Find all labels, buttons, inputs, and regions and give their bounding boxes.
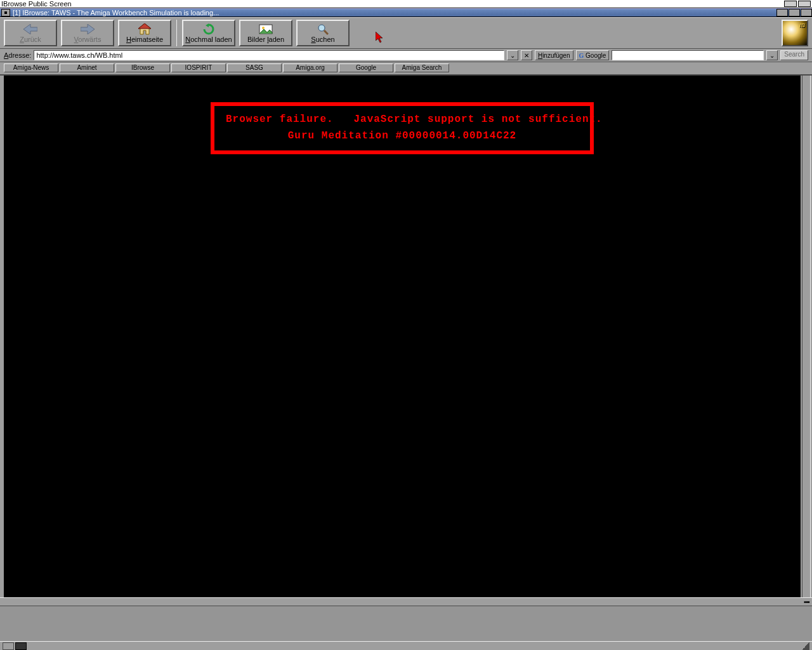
page-viewport[interactable]: Browser failure. JavaScript support is n… xyxy=(4,76,801,597)
arrow-left-icon xyxy=(23,23,38,35)
search-input[interactable] xyxy=(612,50,764,60)
zoom-icon[interactable] xyxy=(789,9,800,17)
svg-marker-3 xyxy=(138,23,151,29)
task-item[interactable] xyxy=(15,642,27,650)
url-history-dropdown[interactable]: ⌄ xyxy=(507,50,518,60)
bookmark-item[interactable]: SASG xyxy=(227,63,282,72)
svg-point-7 xyxy=(318,25,325,31)
separator xyxy=(176,20,177,46)
bookmark-item[interactable]: IOSPIRIT xyxy=(171,63,226,72)
search-label: uchen xyxy=(316,36,335,43)
screen-depth-gadget-icon[interactable] xyxy=(784,1,797,7)
address-label: Adresse: xyxy=(4,51,31,59)
svg-point-6 xyxy=(262,27,265,29)
screen-title: IBrowse Public Screen xyxy=(1,0,72,8)
loadimg-label-post: aden xyxy=(269,36,284,43)
toolbar: Zurück Vorwärts Heimatseite Nochmal lade… xyxy=(0,17,812,49)
search-engine-selector[interactable]: G Google xyxy=(576,50,610,60)
reload-button[interactable]: Nochmal laden xyxy=(182,20,235,46)
svg-marker-9 xyxy=(376,32,383,43)
back-button[interactable]: Zurück xyxy=(4,20,57,46)
close-icon[interactable] xyxy=(1,9,10,17)
svg-line-8 xyxy=(324,30,328,34)
forward-label: orwärts xyxy=(78,36,101,43)
bookmark-item[interactable]: Amiga Search xyxy=(395,63,449,72)
iconify-icon[interactable] xyxy=(776,9,788,17)
loadimg-label-pre: Bilder xyxy=(247,36,267,43)
screen-titlebar: IBrowse Public Screen xyxy=(0,0,812,8)
resize-handle-icon[interactable] xyxy=(802,642,809,650)
taskbar xyxy=(0,641,812,650)
back-label: urück xyxy=(24,36,41,43)
svg-marker-0 xyxy=(23,24,37,34)
svg-marker-4 xyxy=(206,23,209,27)
guru-meditation-box: Browser failure. JavaScript support is n… xyxy=(211,102,594,154)
url-clear-button[interactable]: ✕ xyxy=(521,50,532,60)
add-bookmark-button[interactable]: Hinzufügen xyxy=(535,50,573,60)
search-icon xyxy=(315,23,331,35)
bookmark-item[interactable]: Amiga-News xyxy=(4,63,58,72)
error-line-1: Browser failure. JavaScript support is n… xyxy=(226,114,579,125)
depth-icon[interactable] xyxy=(801,9,812,17)
bookmark-item[interactable]: Amiga.org xyxy=(283,63,337,72)
reload-icon xyxy=(201,23,216,35)
load-images-button[interactable]: Bilder laden xyxy=(239,20,292,46)
url-input[interactable] xyxy=(34,50,504,60)
image-icon xyxy=(258,23,273,35)
error-line-2: Guru Meditation #00000014.00D14C22 xyxy=(226,130,579,142)
search-go-button[interactable]: Search xyxy=(780,50,808,60)
window-titlebar[interactable]: [1] IBrowse: TAWS - The Amiga Workbench … xyxy=(0,8,812,17)
search-button[interactable]: Suchen xyxy=(296,20,350,46)
chevron-down-icon: ⌄ xyxy=(510,52,515,59)
chevron-down-icon: ⌄ xyxy=(769,52,775,59)
window-title: [1] IBrowse: TAWS - The Amiga Workbench … xyxy=(13,9,219,17)
screen-depth-gadget2-icon[interactable] xyxy=(798,1,811,7)
size-gadget-icon[interactable]: ▪▪▪ xyxy=(804,598,809,606)
x-icon: ✕ xyxy=(524,52,529,59)
svg-marker-1 xyxy=(81,24,95,34)
home-label: eimatseite xyxy=(131,36,163,43)
bookmarks-bar: Amiga-News Aminet IBrowse IOSPIRIT SASG … xyxy=(0,62,812,76)
forward-button[interactable]: Vorwärts xyxy=(61,20,114,46)
search-history-dropdown[interactable]: ⌄ xyxy=(766,50,778,60)
ibrowse-logo-icon xyxy=(782,20,808,46)
task-item[interactable] xyxy=(3,642,14,650)
home-button[interactable]: Heimatseite xyxy=(118,20,171,46)
address-bar: Adresse: ⌄ ✕ Hinzufügen G Google ⌄ Searc… xyxy=(0,49,812,62)
bookmark-item[interactable]: Google xyxy=(339,63,393,72)
home-icon xyxy=(137,23,152,35)
window-status-bar: ▪▪▪ xyxy=(0,597,812,606)
screen-gadgets xyxy=(784,1,811,7)
bookmark-item[interactable]: IBrowse xyxy=(115,63,170,72)
arrow-right-icon xyxy=(80,23,95,35)
vertical-scrollbar[interactable] xyxy=(802,76,811,597)
bookmark-item[interactable]: Aminet xyxy=(60,63,114,72)
content-area: Browser failure. JavaScript support is n… xyxy=(0,76,812,597)
reload-label: ochmal laden xyxy=(190,36,232,43)
